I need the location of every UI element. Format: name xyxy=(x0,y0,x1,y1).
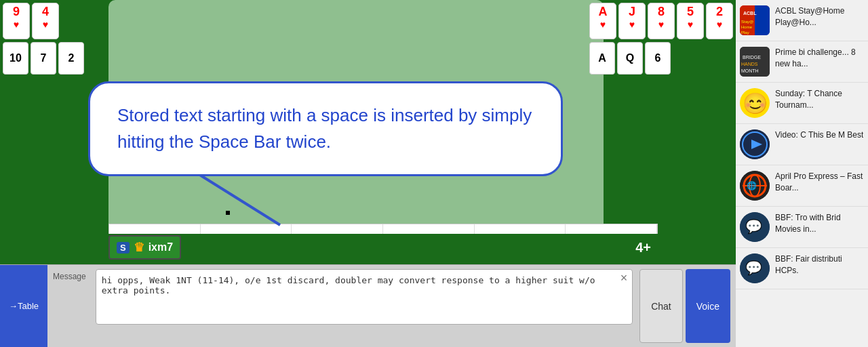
sidebar-item-hands[interactable]: BRIDGEHANDSMONTHPrime bi challenge... 8 … xyxy=(736,41,868,83)
card-5h: 5♥ xyxy=(677,3,704,39)
top-left-row1: 9♥ 4♥ xyxy=(3,3,84,39)
chat-button[interactable]: Chat xyxy=(639,269,683,343)
chat-message-input[interactable]: hi opps, Weak 1NT (11-14), o/e 1st disca… xyxy=(96,269,633,325)
card-q: Q xyxy=(617,42,643,75)
sidebar-item-april[interactable]: 🌐April Pro Express – Fast Boar... xyxy=(736,165,868,207)
tooltip-bubble: Stored text starting with a space is ins… xyxy=(88,81,563,176)
hands-icon: BRIDGEHANDSMONTH xyxy=(740,47,770,77)
card-6: 6 xyxy=(645,42,671,75)
message-label: Message xyxy=(47,268,92,285)
svg-text:BRIDGE: BRIDGE xyxy=(743,55,761,60)
svg-text:💬: 💬 xyxy=(745,218,762,234)
card-8h: 8♥ xyxy=(648,3,675,39)
sidebar-item-text-sunday: Sunday: T Chance Tournam... xyxy=(775,88,864,111)
close-message-button[interactable]: × xyxy=(620,272,628,284)
bid-score: 4+ xyxy=(635,240,658,256)
card-a: A xyxy=(589,42,615,75)
acbl-icon: ACBLStay@HomePlay xyxy=(740,5,770,35)
crown-icon: ♛ xyxy=(134,240,144,255)
card-2: 2 xyxy=(58,42,84,75)
video-icon xyxy=(740,129,770,159)
sidebar-item-sunday[interactable]: 😊Sunday: T Chance Tournam... xyxy=(736,83,868,124)
chat-area: →Table Message hi opps, Weak 1NT (11-14)… xyxy=(0,264,736,347)
cards-top-right: A♥ J♥ 8♥ 5♥ 2♥ A Q 6 xyxy=(587,0,736,77)
card-9h: 9♥ xyxy=(3,3,30,39)
table-area: 9♥ 4♥ 10 7 2 A♥ J♥ 8 xyxy=(0,0,736,264)
voice-button[interactable]: Voice xyxy=(686,269,730,343)
tooltip-text: Stored text starting with a space is ins… xyxy=(117,102,534,155)
svg-text:🌐: 🌐 xyxy=(747,180,757,190)
bbf2-icon: 💬 xyxy=(740,253,770,283)
svg-text:💬: 💬 xyxy=(745,260,762,276)
sidebar: ACBLStay@HomePlayACBL Stay@Home Play@Ho.… xyxy=(736,0,868,347)
svg-line-0 xyxy=(199,174,280,225)
svg-text:HANDS: HANDS xyxy=(741,62,758,66)
sidebar-item-text-acbl: ACBL Stay@Home Play@Ho... xyxy=(775,5,864,28)
sidebar-item-text-video: Video: C This Be M Best xyxy=(775,129,863,141)
sidebar-item-bbf2[interactable]: 💬BBF: Fair distributi HCPs. xyxy=(736,248,868,289)
svg-rect-2 xyxy=(755,5,770,35)
svg-text:Home: Home xyxy=(741,25,753,29)
cards-top-left: 9♥ 4♥ 10 7 2 xyxy=(0,0,87,77)
sidebar-item-text-bbf1: BBF: Tro with Brid Movies in... xyxy=(775,212,864,235)
smiley-icon: 😊 xyxy=(740,88,770,118)
top-left-row2: 10 7 2 xyxy=(3,42,84,75)
sidebar-item-video[interactable]: Video: C This Be M Best xyxy=(736,124,868,165)
svg-text:Play: Play xyxy=(741,30,749,35)
card-4h: 4♥ xyxy=(32,3,59,39)
svg-text:ACBL: ACBL xyxy=(743,11,757,16)
card-jh: J♥ xyxy=(618,3,646,39)
card-2h: 2♥ xyxy=(706,3,733,39)
player-name: ixm7 xyxy=(149,241,173,253)
sidebar-item-bbf1[interactable]: 💬BBF: Tro with Brid Movies in... xyxy=(736,207,868,248)
card-10: 10 xyxy=(3,42,28,75)
sidebar-item-acbl[interactable]: ACBLStay@HomePlayACBL Stay@Home Play@Ho.… xyxy=(736,0,868,41)
bbf1-icon: 💬 xyxy=(740,212,770,242)
top-right-row1: A♥ J♥ 8♥ 5♥ 2♥ xyxy=(589,3,733,39)
player-name-box: S ♛ ixm7 xyxy=(108,235,181,260)
sidebar-item-text-april: April Pro Express – Fast Boar... xyxy=(775,171,864,194)
sidebar-item-text-hands: Prime bi challenge... 8 new ha... xyxy=(775,47,864,70)
goto-table-button[interactable]: →Table xyxy=(0,265,47,347)
globe-icon: 🌐 xyxy=(740,171,770,201)
s-badge: S xyxy=(117,242,130,253)
player-bar: S ♛ ixm7 4+ xyxy=(108,234,658,261)
svg-text:MONTH: MONTH xyxy=(741,68,759,73)
svg-text:Stay@: Stay@ xyxy=(741,20,753,24)
game-area: 9♥ 4♥ 10 7 2 A♥ J♥ 8 xyxy=(0,0,736,347)
card-7: 7 xyxy=(31,42,56,75)
chat-input-container: hi opps, Weak 1NT (11-14), o/e 1st disca… xyxy=(92,265,637,347)
card-ah: A♥ xyxy=(589,3,616,39)
sidebar-item-text-bbf2: BBF: Fair distributi HCPs. xyxy=(775,253,864,277)
top-right-row2: A Q 6 xyxy=(589,42,733,75)
